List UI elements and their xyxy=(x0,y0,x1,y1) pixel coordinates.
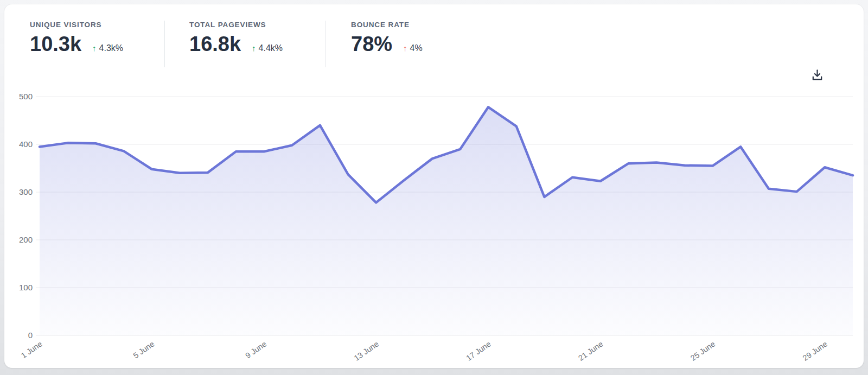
stat-delta: ↑ 4% xyxy=(403,43,423,53)
y-tick-label: 500 xyxy=(19,92,33,101)
x-tick-label: 21 June xyxy=(577,339,604,363)
stat-value: 16.8k xyxy=(189,34,241,54)
stat-delta: ↑ 4.4k% xyxy=(252,43,283,53)
download-button[interactable] xyxy=(807,65,827,85)
stat-total-pageviews: TOTAL PAGEVIEWS 16.8k ↑ 4.4k% xyxy=(165,17,325,71)
stat-delta-text: 4.4k% xyxy=(259,43,283,53)
stat-delta: ↑ 4.3k% xyxy=(92,43,123,53)
stat-value: 10.3k xyxy=(30,34,81,54)
trend-up-icon: ↑ xyxy=(403,44,407,52)
stats-row: UNIQUE VISITORS 10.3k ↑ 4.3k% TOTAL PAGE… xyxy=(30,17,488,71)
stat-label: BOUNCE RATE xyxy=(351,21,488,29)
x-tick-label: 17 June xyxy=(464,339,492,363)
x-tick-label: 5 June xyxy=(132,339,156,360)
stat-unique-visitors: UNIQUE VISITORS 10.3k ↑ 4.3k% xyxy=(30,17,164,71)
trend-up-icon: ↑ xyxy=(92,44,97,52)
stat-delta-text: 4% xyxy=(410,43,423,53)
x-tick-label: 25 June xyxy=(689,339,717,363)
x-tick-label: 13 June xyxy=(353,339,380,363)
y-tick-label: 400 xyxy=(19,139,33,149)
stat-bounce-rate: BOUNCE RATE 78% ↑ 4% xyxy=(326,17,488,71)
y-tick-label: 300 xyxy=(19,187,33,196)
x-tick-label: 1 June xyxy=(20,339,44,360)
stat-value: 78% xyxy=(351,34,392,54)
analytics-card: UNIQUE VISITORS 10.3k ↑ 4.3k% TOTAL PAGE… xyxy=(4,4,864,368)
stat-label: UNIQUE VISITORS xyxy=(30,21,164,29)
stat-label: TOTAL PAGEVIEWS xyxy=(189,21,325,29)
x-tick-label: 29 June xyxy=(801,339,829,363)
trend-up-icon: ↑ xyxy=(252,44,256,52)
download-icon xyxy=(810,68,824,82)
y-tick-label: 100 xyxy=(19,283,33,292)
y-tick-label: 0 xyxy=(28,330,33,340)
stat-delta-text: 4.3k% xyxy=(99,43,123,53)
x-tick-label: 9 June xyxy=(244,339,268,360)
series-area xyxy=(40,107,853,335)
y-tick-label: 200 xyxy=(19,235,33,244)
